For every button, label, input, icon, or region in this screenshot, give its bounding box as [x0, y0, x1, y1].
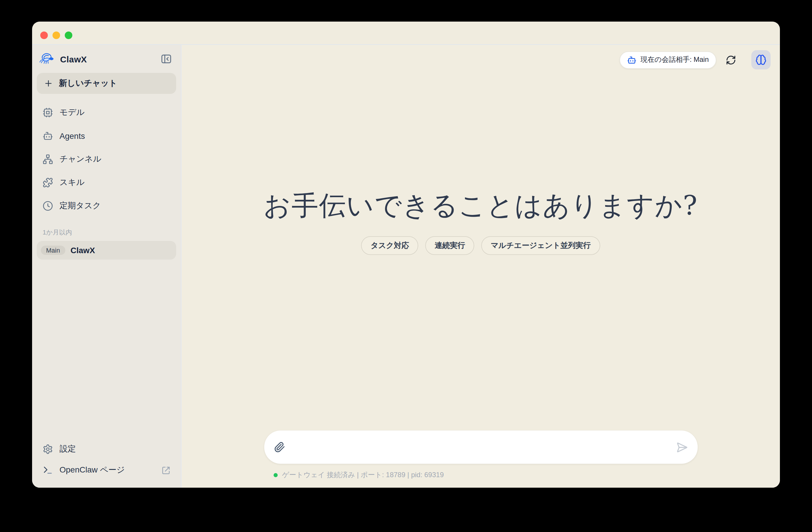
robot-icon: [43, 131, 53, 141]
composer: [264, 431, 697, 464]
sidebar-item-channels[interactable]: チャンネル: [37, 149, 176, 170]
top-controls: 現在の会話相手: Main: [620, 50, 771, 69]
sidebar-nav: モデル Agents: [37, 102, 176, 216]
sidebar-item-label: モデル: [59, 107, 85, 118]
new-chat-label: 新しいチャット: [59, 78, 117, 89]
sidebar-item-label: チャンネル: [59, 154, 101, 164]
sidebar-collapse-button[interactable]: [160, 53, 173, 65]
gear-icon: [43, 444, 53, 455]
chat-history-item-clawx[interactable]: Main ClawX: [37, 241, 176, 260]
sidebar-item-settings[interactable]: 設定: [37, 438, 176, 460]
app-title: ClawX: [60, 54, 87, 64]
current-conversation-button[interactable]: 現在の会話相手: Main: [620, 51, 716, 69]
status-dot-icon: [273, 473, 277, 477]
network-icon: [43, 154, 53, 164]
robot-icon: [627, 55, 636, 64]
terminal-icon: [43, 465, 53, 475]
clawx-logo-icon: [39, 52, 55, 66]
external-link-icon: [162, 466, 170, 475]
sidebar-item-skills[interactable]: スキル: [37, 172, 176, 193]
chat-history-title: ClawX: [71, 246, 95, 255]
send-button[interactable]: [676, 441, 687, 453]
greeting-heading: お手伝いできることはありますか?: [182, 188, 780, 224]
brain-icon: [755, 54, 767, 65]
sidebar-spacer: [37, 260, 176, 438]
traffic-lights: [40, 31, 72, 39]
sidebar-item-label: 設定: [59, 444, 76, 455]
sidebar-item-label: Agents: [59, 131, 85, 141]
suggestion-pill-multi-agent[interactable]: マルチエージェント並列実行: [481, 236, 600, 255]
sidebar-item-openclaw-page[interactable]: OpenClaw ページ: [37, 460, 176, 481]
refresh-icon: [726, 55, 736, 65]
titlebar: [32, 21, 780, 45]
sidebar: ClawX 新しいチャット: [32, 45, 182, 488]
composer-area: ゲートウェイ 接続済み | ポート: 18789 | pid: 69319: [182, 431, 780, 480]
main-agent-badge: Main: [41, 246, 65, 255]
attach-button[interactable]: [274, 442, 285, 453]
window-close-button[interactable]: [40, 31, 48, 39]
sidebar-item-label: スキル: [59, 177, 85, 188]
app-window: ClawX 新しいチャット: [32, 21, 780, 488]
puzzle-icon: [43, 177, 53, 188]
send-icon: [676, 441, 687, 453]
plus-icon: [44, 79, 53, 88]
sidebar-item-label: OpenClaw ページ: [59, 465, 125, 475]
gateway-status-text: ゲートウェイ 接続済み | ポート: 18789 | pid: 69319: [282, 470, 444, 480]
sidebar-item-scheduled-tasks[interactable]: 定期タスク: [37, 196, 176, 216]
clock-icon: [43, 201, 53, 211]
main-area: 現在の会話相手: Main: [182, 45, 780, 488]
panel-collapse-icon: [160, 53, 172, 65]
brain-button[interactable]: [751, 50, 771, 69]
current-conversation-label: 現在の会話相手: Main: [640, 55, 709, 65]
sidebar-header: ClawX: [37, 51, 176, 73]
refresh-button[interactable]: [723, 52, 739, 67]
sidebar-item-models[interactable]: モデル: [37, 102, 176, 123]
window-zoom-button[interactable]: [65, 31, 72, 39]
gateway-status: ゲートウェイ 接続済み | ポート: 18789 | pid: 69319: [264, 470, 697, 480]
suggestion-pill-continuous[interactable]: 連続実行: [425, 236, 474, 255]
chip-icon: [43, 107, 53, 118]
new-chat-button[interactable]: 新しいチャット: [37, 73, 176, 94]
message-input[interactable]: [291, 431, 670, 464]
suggestion-pills: タスク対応 連続実行 マルチエージェント並列実行: [182, 236, 780, 255]
sidebar-item-agents[interactable]: Agents: [37, 126, 176, 146]
suggestion-pill-tasks[interactable]: タスク対応: [361, 236, 419, 255]
paperclip-icon: [274, 442, 285, 453]
history-section-label: 1か月以内: [37, 228, 176, 237]
window-minimize-button[interactable]: [53, 31, 60, 39]
desktop-background: ClawX 新しいチャット: [0, 0, 812, 532]
sidebar-item-label: 定期タスク: [59, 201, 101, 211]
